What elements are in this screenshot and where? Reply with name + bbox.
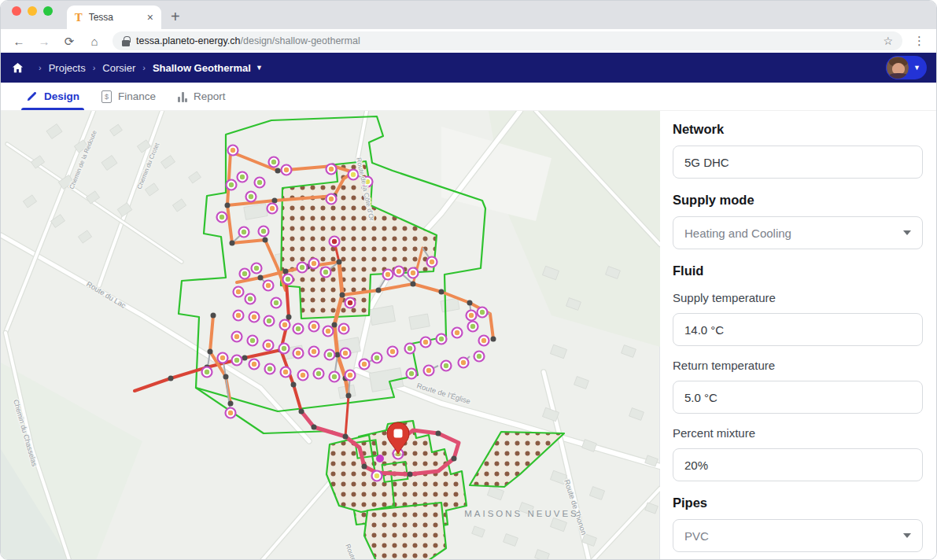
avatar[interactable] <box>886 56 909 79</box>
pipes-select[interactable]: PVC <box>673 519 923 552</box>
supply-temperature-input[interactable] <box>673 313 923 346</box>
lock-icon <box>122 36 130 46</box>
supply-mode-value: Heating and Cooling <box>684 227 791 240</box>
pipes-heading: Pipes <box>673 496 923 510</box>
tab-design[interactable]: Design <box>15 83 90 110</box>
browser-tabstrip: T Tessa × + <box>1 1 936 29</box>
back-icon[interactable]: ← <box>12 35 26 47</box>
svg-text:Route de Thonon: Route de Thonon <box>563 478 588 536</box>
tab-report-label: Report <box>194 90 226 102</box>
breadcrumb-current-project[interactable]: Shallow Geothermal <box>153 62 251 74</box>
breadcrumb-corsier[interactable]: Corsier <box>102 62 135 74</box>
svg-text:MAISONS NEUVES: MAISONS NEUVES <box>464 509 579 518</box>
user-menu[interactable]: ▼ <box>886 56 927 79</box>
forward-icon[interactable]: → <box>37 35 51 47</box>
close-window-button[interactable] <box>12 6 21 16</box>
map-area[interactable]: Route du LacRoute de l'ÉgliseRoute de Th… <box>1 111 660 560</box>
traffic-lights <box>12 1 53 29</box>
app-tabbar: Design $ Finance Report <box>1 83 936 111</box>
browser-tab[interactable]: T Tessa × <box>67 6 161 29</box>
percent-mixture-label: Percent mixture <box>673 426 923 440</box>
url-host: tessa.planeto-energy.ch <box>136 35 241 46</box>
reload-icon[interactable]: ⟳ <box>62 35 76 47</box>
home-icon[interactable]: ⌂ <box>87 35 101 47</box>
browser-addressbar: ← → ⟳ ⌂ tessa.planeto-energy.ch/design/s… <box>1 29 936 53</box>
new-tab-button[interactable]: + <box>171 8 180 29</box>
maximize-window-button[interactable] <box>43 6 53 16</box>
tab-report[interactable]: Report <box>167 83 237 110</box>
tab-design-label: Design <box>44 90 79 102</box>
svg-text:Route du Carroz: Route du Carroz <box>344 543 370 560</box>
browser-window: T Tessa × + ← → ⟳ ⌂ tessa.planeto-energy… <box>0 0 937 560</box>
minimize-window-button[interactable] <box>28 6 37 16</box>
design-sidebar: Network Supply mode Heating and Cooling … <box>660 111 936 560</box>
svg-text:Route du Lac: Route du Lac <box>85 279 127 310</box>
return-temperature-input[interactable] <box>673 381 923 414</box>
breadcrumb-separator: › <box>142 63 146 72</box>
network-input[interactable] <box>673 146 923 179</box>
pencil-icon <box>26 90 38 102</box>
supply-mode-select[interactable]: Heating and Cooling <box>673 216 923 249</box>
return-temperature-label: Return temperature <box>673 359 923 372</box>
map-canvas[interactable]: Route du LacRoute de l'ÉgliseRoute de Th… <box>1 111 660 560</box>
tab-title: Tessa <box>89 12 141 23</box>
pipes-value: PVC <box>684 529 709 543</box>
app-header: › Projects › Corsier › Shallow Geotherma… <box>1 53 936 83</box>
tab-finance-label: Finance <box>118 90 156 102</box>
tessa-favicon: T <box>75 12 83 24</box>
breadcrumb-home-icon[interactable] <box>12 62 24 74</box>
browser-menu-icon[interactable]: ⋮ <box>913 34 925 48</box>
chevron-down-icon <box>903 533 911 538</box>
bookmark-star-icon[interactable]: ☆ <box>883 35 893 47</box>
user-menu-chevron-down-icon: ▼ <box>913 64 920 72</box>
finance-doc-icon: $ <box>101 90 112 103</box>
supply-temperature-label: Supply temperature <box>673 291 923 304</box>
fluid-heading: Fluid <box>673 263 923 278</box>
bar-chart-icon <box>178 91 187 102</box>
breadcrumb-separator: › <box>93 63 96 72</box>
url-bar[interactable]: tessa.planeto-energy.ch/design/shallow-g… <box>113 31 902 50</box>
tab-close-icon[interactable]: × <box>147 11 153 24</box>
tab-finance[interactable]: $ Finance <box>90 83 167 110</box>
url-path: /design/shallow-geothermal <box>241 35 360 46</box>
network-heading: Network <box>673 122 923 137</box>
project-dropdown-caret-icon[interactable]: ▼ <box>256 64 263 72</box>
breadcrumb-projects[interactable]: Projects <box>49 62 86 74</box>
percent-mixture-input[interactable] <box>673 448 923 481</box>
chevron-down-icon <box>903 230 911 235</box>
supply-mode-heading: Supply mode <box>673 193 923 208</box>
breadcrumb-separator: › <box>39 63 42 72</box>
